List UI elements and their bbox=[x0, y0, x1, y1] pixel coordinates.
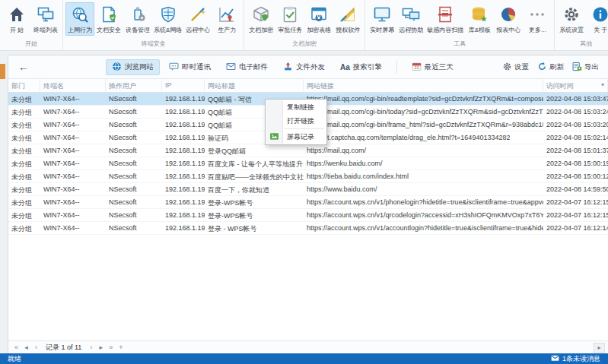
menu-item[interactable]: 屏幕记录 bbox=[266, 130, 326, 144]
productivity-icon bbox=[218, 5, 236, 24]
system-settings-icon bbox=[562, 5, 581, 24]
ribbon-group-label: 工具 bbox=[368, 39, 552, 50]
ribbon-button-label: 终端列表 bbox=[33, 26, 58, 34]
licensed-software-icon bbox=[339, 5, 357, 24]
tab-label: 搜索引擎 bbox=[353, 62, 382, 72]
remote-assist-button[interactable]: 远程协助 bbox=[396, 2, 425, 36]
prev-page-button[interactable]: ◂ bbox=[21, 342, 31, 353]
table-cell: https://mail.qq.com/cgi-bin/today?sid=gc… bbox=[304, 106, 543, 118]
gear-button[interactable]: 设置 bbox=[502, 62, 529, 73]
ribbon-group-label: 文档加密 bbox=[247, 39, 362, 50]
menu-item[interactable]: 复制链接 bbox=[266, 100, 326, 114]
table-cell: 未分组 bbox=[8, 131, 40, 144]
tab-aa[interactable]: Aa搜索引擎 bbox=[334, 60, 388, 74]
table-cell: 192.168.1.190 bbox=[162, 144, 205, 157]
table-cell: 未分组 bbox=[8, 144, 40, 157]
table-cell: 192.168.1.190 bbox=[162, 119, 205, 131]
encrypted-form-button[interactable]: 加密表格 bbox=[304, 2, 333, 36]
ribbon-button-label: 上网行为 bbox=[68, 26, 92, 34]
library-template-icon bbox=[470, 5, 489, 24]
table-cell: https://tieba.baidu.com/index.html bbox=[304, 170, 543, 182]
sensitive-scan-button[interactable]: 敏感内容扫描 bbox=[425, 2, 465, 36]
table-row[interactable]: 未分组WIN7-X64--NSecsoft192.168.1.190登录QQ邮箱… bbox=[8, 144, 608, 157]
ribbon-button-label: 授权软件 bbox=[336, 26, 360, 34]
prev-record-button[interactable]: ‹ bbox=[31, 342, 41, 353]
ribbon-button-label: 库&模板 bbox=[469, 26, 491, 34]
table-cell: 2022-04-08 15:00:12 bbox=[543, 170, 608, 182]
about-icon bbox=[591, 5, 608, 24]
table-row[interactable]: 未分组WIN7-X64--NSecsoft192.168.1.190登录-WPS… bbox=[8, 196, 608, 209]
table-row[interactable]: 未分组WIN7-X64--NSecsoft192.168.1.190百度一下，你… bbox=[8, 183, 608, 196]
column-header[interactable]: 终端名 bbox=[40, 79, 106, 92]
column-header[interactable]: 访问时间▾ bbox=[543, 79, 608, 92]
export-button[interactable]: 导出 bbox=[572, 62, 599, 73]
append-record-button[interactable]: + bbox=[116, 342, 126, 353]
productivity-button[interactable]: 生产力 bbox=[212, 2, 241, 36]
system-settings-button[interactable]: 系统设置 bbox=[557, 2, 586, 36]
column-header-label: 网站标题 bbox=[208, 81, 235, 90]
refresh-button[interactable]: 刷新 bbox=[537, 62, 564, 73]
more-button[interactable]: 更多... bbox=[523, 2, 552, 36]
device-management-button[interactable]: 设备管理 bbox=[123, 2, 152, 36]
doc-encryption-button[interactable]: 文档加密 bbox=[247, 2, 275, 36]
table-cell: 未分组 bbox=[8, 157, 40, 169]
table-cell: 192.168.1.190 bbox=[162, 106, 205, 118]
context-menu: 复制链接打开链接屏幕记录 bbox=[265, 99, 327, 145]
column-header[interactable]: 部门 bbox=[8, 79, 40, 92]
approval-task-button[interactable]: 审批任务 bbox=[275, 2, 304, 36]
tab-label: 文件外发 bbox=[296, 62, 325, 72]
licensed-software-button[interactable]: 授权软件 bbox=[333, 2, 362, 36]
back-button[interactable]: ← bbox=[14, 59, 33, 75]
back-arrow-icon: ← bbox=[18, 61, 29, 73]
first-record-button[interactable]: « bbox=[11, 342, 21, 353]
last-record-button[interactable]: » bbox=[106, 342, 116, 353]
next-page-button[interactable]: ▸ bbox=[96, 342, 106, 353]
ribbon-group-label: 其他 bbox=[557, 39, 608, 50]
status-text: 就绪 bbox=[8, 354, 21, 364]
column-header[interactable]: IP bbox=[162, 79, 205, 92]
report-center-button[interactable]: 报表中心 bbox=[494, 2, 523, 36]
remote-center-button[interactable]: 远程中心 bbox=[183, 2, 212, 36]
table-cell: NSecsoft bbox=[106, 131, 162, 144]
column-header-label: 操作用户 bbox=[109, 81, 136, 90]
table-cell: 2022-04-07 16:12:15 bbox=[543, 196, 608, 208]
column-header[interactable]: 网站链接 bbox=[304, 79, 543, 92]
hscroll-right-button[interactable]: ▸ bbox=[594, 343, 605, 353]
more-icon bbox=[528, 5, 546, 24]
tab-calendar[interactable]: 23最近三天 bbox=[406, 59, 460, 75]
table-cell: NSecsoft bbox=[106, 222, 162, 234]
tab-globe[interactable]: 浏览网站 bbox=[106, 59, 160, 75]
ribbon-button-label: 报表中心 bbox=[496, 26, 520, 34]
menu-item[interactable]: 打开链接 bbox=[266, 114, 326, 128]
collapsed-panel-handle[interactable] bbox=[0, 64, 5, 79]
doc-security-button[interactable]: 文档安全 bbox=[94, 2, 123, 36]
remote-center-icon bbox=[189, 5, 207, 24]
internet-behavior-button[interactable]: 上网行为 bbox=[65, 2, 94, 36]
tab-chat[interactable]: 即时通讯 bbox=[163, 59, 217, 75]
tab-mail[interactable]: 电子邮件 bbox=[220, 59, 274, 75]
column-header[interactable]: 网站标题 bbox=[205, 79, 304, 92]
unread-message-text[interactable]: 1条未读消息 bbox=[562, 354, 600, 364]
table-cell: NSecsoft bbox=[106, 119, 162, 131]
column-header[interactable]: 操作用户 bbox=[106, 79, 162, 92]
table-row[interactable]: 未分组WIN7-X64--NSecsoft192.168.1.190百度文库 -… bbox=[8, 157, 608, 170]
table-row[interactable]: 未分组WIN7-X64--NSecsoft192.168.1.190登录 - W… bbox=[8, 222, 608, 235]
about-button[interactable]: 关 于 bbox=[586, 2, 608, 36]
column-menu-icon[interactable]: ▾ bbox=[601, 81, 604, 90]
next-record-button[interactable]: › bbox=[86, 342, 96, 353]
column-header-label: 网站链接 bbox=[307, 81, 334, 90]
unread-mail-icon[interactable] bbox=[551, 354, 559, 364]
system-network-button[interactable]: 系统&网络 bbox=[152, 2, 183, 36]
table-cell: https://account.wps.cn/v1/accountlogin?h… bbox=[304, 222, 543, 234]
action-label: 设置 bbox=[514, 62, 529, 72]
tab-file-outgoing[interactable]: 文件外发 bbox=[277, 59, 331, 75]
table-cell: NSecsoft bbox=[106, 209, 162, 221]
action-label: 导出 bbox=[584, 62, 599, 72]
table-row[interactable]: 未分组WIN7-X64--NSecsoft192.168.1.190登录-WPS… bbox=[8, 209, 608, 222]
home-button[interactable]: 开 始 bbox=[2, 2, 31, 36]
table-cell: WIN7-X64-- bbox=[40, 157, 106, 169]
terminal-list-button[interactable]: 终端列表 bbox=[31, 2, 60, 36]
library-template-button[interactable]: 库&模板 bbox=[465, 2, 494, 36]
table-row[interactable]: 未分组WIN7-X64--NSecsoft192.168.1.190百度贴吧——… bbox=[8, 170, 608, 183]
realtime-screen-button[interactable]: 实时屏幕 bbox=[368, 2, 396, 36]
